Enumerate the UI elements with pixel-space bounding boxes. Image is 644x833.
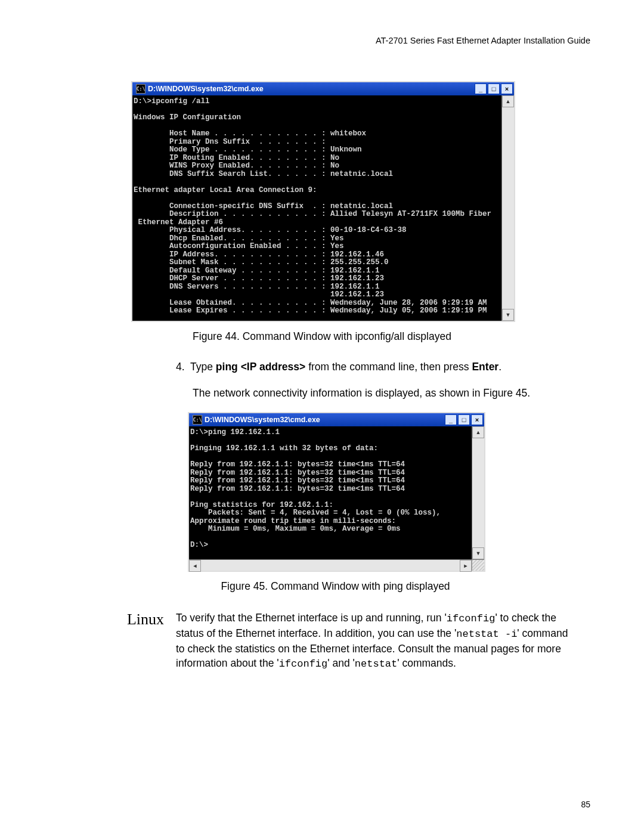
ifconfig-code: ifconfig (447, 613, 496, 624)
scroll-track[interactable] (502, 107, 514, 309)
scroll-up-icon[interactable]: ▲ (472, 426, 484, 438)
scroll-left-icon[interactable]: ◄ (189, 560, 201, 572)
minimize-button[interactable]: _ (445, 414, 457, 425)
resize-grip[interactable] (472, 560, 484, 571)
page-header: AT-2701 Series Fast Ethernet Adapter Ins… (54, 36, 590, 45)
cmd-window-ping: C:\ D:\WINDOWS\system32\cmd.exe _ □ × D:… (188, 412, 485, 572)
minimize-button[interactable]: _ (475, 83, 487, 94)
terminal-output: D:\>ping 192.162.1.1 Pinging 192.162.1.1… (189, 426, 472, 559)
page-number: 85 (581, 800, 590, 809)
vertical-scrollbar[interactable]: ▲ ▼ (472, 426, 484, 559)
scroll-down-icon[interactable]: ▼ (472, 547, 484, 559)
close-button[interactable]: × (471, 414, 483, 425)
linux-section: Linux To verify that the Ethernet interf… (54, 611, 590, 671)
close-button[interactable]: × (501, 83, 513, 94)
cmd-icon: C:\ (136, 84, 145, 94)
titlebar: C:\ D:\WINDOWS\system32\cmd.exe _ □ × (189, 413, 484, 426)
titlebar-text: D:\WINDOWS\system32\cmd.exe (148, 85, 264, 93)
step-4: 4. Type ping <IP address> from the comma… (176, 360, 572, 400)
figure-caption-45: Figure 45. Command Window with ping disp… (188, 580, 483, 593)
maximize-button[interactable]: □ (458, 414, 470, 425)
scroll-up-icon[interactable]: ▲ (502, 95, 514, 107)
figure-caption-44: Figure 44. Command Window with ipconfig/… (131, 330, 513, 343)
scroll-track[interactable] (201, 560, 460, 571)
ifconfig-code: ifconfig (279, 658, 328, 670)
step-text: Type (190, 361, 216, 373)
netstat-code: netstat (355, 658, 397, 670)
horizontal-scrollbar[interactable]: ◄ ► (189, 559, 484, 571)
netstat-code: netstat -i (456, 628, 517, 640)
scroll-track[interactable] (472, 438, 484, 547)
terminal-body: D:\>ping 192.162.1.1 Pinging 192.162.1.1… (189, 426, 484, 559)
step-description: The network connectivity information is … (193, 386, 572, 400)
terminal-body: D:\>ipconfig /all Windows IP Configurati… (132, 95, 514, 321)
ping-command: ping <IP address> (216, 361, 305, 373)
linux-body-text: To verify that the Ethernet interface is… (176, 611, 578, 671)
titlebar-text: D:\WINDOWS\system32\cmd.exe (205, 416, 320, 424)
scroll-down-icon[interactable]: ▼ (502, 309, 514, 321)
maximize-button[interactable]: □ (488, 83, 500, 94)
vertical-scrollbar[interactable]: ▲ ▼ (501, 95, 514, 321)
cmd-icon: C:\ (193, 415, 202, 425)
terminal-output: D:\>ipconfig /all Windows IP Configurati… (132, 95, 501, 321)
cmd-window-ipconfig: C:\ D:\WINDOWS\system32\cmd.exe _ □ × D:… (131, 81, 515, 322)
titlebar: C:\ D:\WINDOWS\system32\cmd.exe _ □ × (132, 82, 514, 95)
document-page: AT-2701 Series Fast Ethernet Adapter Ins… (0, 0, 644, 833)
enter-key: Enter (472, 361, 499, 373)
step-number: 4. (176, 361, 185, 373)
scroll-right-icon[interactable]: ► (460, 560, 472, 572)
linux-heading: Linux (113, 611, 164, 628)
